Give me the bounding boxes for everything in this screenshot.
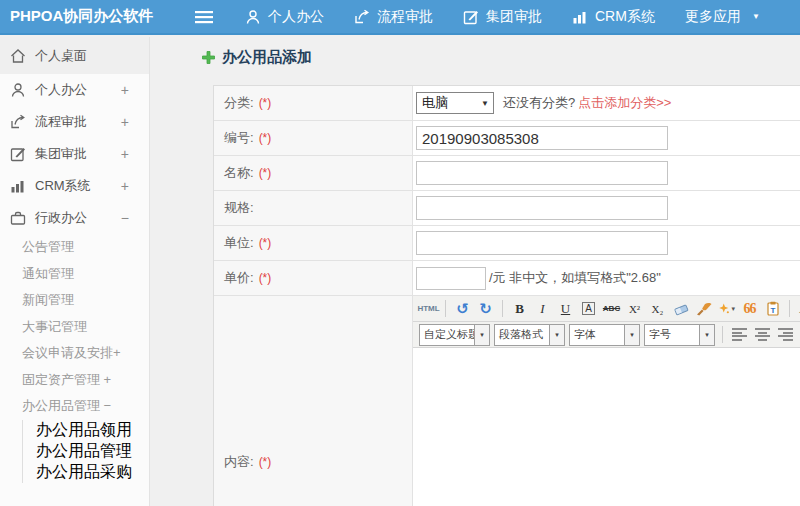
expand-icon[interactable]: + xyxy=(121,178,129,194)
align-left-button[interactable] xyxy=(729,324,750,345)
dropdown-caret-icon: ▾ xyxy=(699,325,714,345)
topbar: PHPOA协同办公软件 个人办公 流程审批 xyxy=(0,0,800,35)
dropdown-label: 字体 xyxy=(570,327,624,342)
font-family-dropdown[interactable]: 字体 ▾ xyxy=(569,324,640,346)
bold-button[interactable]: B xyxy=(509,298,530,319)
sidebar-item-supplies-requisition[interactable]: 办公用品领用 xyxy=(23,420,149,441)
sidebar-subitem-label: 会议申请及安排+ xyxy=(22,344,121,362)
sidebar-item-fixed-assets-mgmt[interactable]: 固定资产管理 + xyxy=(0,367,149,394)
home-icon xyxy=(10,48,26,64)
expand-icon[interactable]: + xyxy=(121,146,129,162)
name-input[interactable] xyxy=(416,161,668,185)
undo-button[interactable]: ↺ xyxy=(452,298,473,319)
editor-toolbar-row2: 自定义标题 ▾ 段落格式 ▾ 字体 ▾ xyxy=(413,322,800,348)
sidebar-subitem-label: 固定资产管理 + xyxy=(22,371,111,389)
field-value-cell xyxy=(413,226,800,260)
briefcase-icon xyxy=(10,210,26,226)
quick-format-button[interactable]: ▾ xyxy=(716,298,737,319)
underline-button[interactable]: U xyxy=(555,298,576,319)
flow-share-icon xyxy=(10,114,26,130)
nav-crm-system[interactable]: CRM系统 xyxy=(572,8,655,26)
sidebar-item-crm-system[interactable]: CRM系统 + xyxy=(0,170,149,202)
superscript-button[interactable]: X² xyxy=(624,298,645,319)
menu-toggle-button[interactable] xyxy=(195,10,213,24)
paragraph-format-dropdown[interactable]: 段落格式 ▾ xyxy=(494,324,565,346)
font-color-button[interactable]: A ▾ xyxy=(796,298,800,319)
price-label: 单价: xyxy=(224,269,254,287)
person-icon xyxy=(245,9,261,25)
sidebar-item-label: 流程审批 xyxy=(35,113,112,131)
sidebar-item-label: 个人办公 xyxy=(35,81,112,99)
sidebar-item-meeting-request[interactable]: 会议申请及安排+ xyxy=(0,340,149,367)
font-size-dropdown[interactable]: 字号 ▾ xyxy=(644,324,715,346)
nav-process-approval[interactable]: 流程审批 xyxy=(354,8,433,26)
required-mark: (*) xyxy=(259,131,272,145)
page-title: 办公用品添加 xyxy=(222,48,312,67)
sidebar-subitem-label: 新闻管理 xyxy=(22,291,74,309)
paste-as-text-button[interactable]: T xyxy=(762,298,783,319)
price-input[interactable] xyxy=(416,267,486,290)
nav-more-apps[interactable]: 更多应用 ▼ xyxy=(685,8,760,26)
no-category-hint: 还没有分类? xyxy=(503,94,575,112)
sidebar-item-supplies-management[interactable]: 办公用品管理 xyxy=(23,441,149,462)
sidebar-item-admin-office[interactable]: 行政办公 − xyxy=(0,202,149,234)
align-left-icon xyxy=(732,328,747,341)
subscript-button[interactable]: X₂ xyxy=(647,298,668,319)
sidebar-subitem-label: 大事记管理 xyxy=(22,318,87,336)
align-center-button[interactable] xyxy=(752,324,773,345)
char-border-button[interactable]: A xyxy=(578,298,599,319)
sidebar-subitem-label: 办公用品领用 xyxy=(36,421,132,438)
spec-input[interactable] xyxy=(416,196,668,220)
sidebar-item-news-mgmt[interactable]: 新闻管理 xyxy=(0,287,149,314)
sidebar-subitem-label: 公告管理 xyxy=(22,238,74,256)
sidebar-item-notice-mgmt[interactable]: 通知管理 xyxy=(0,261,149,288)
required-mark: (*) xyxy=(259,236,272,250)
dropdown-label: 段落格式 xyxy=(495,327,549,342)
field-label-cell: 编号: (*) xyxy=(214,121,413,155)
align-right-button[interactable] xyxy=(775,324,796,345)
nav-personal-office[interactable]: 个人办公 xyxy=(245,8,324,26)
name-label: 名称: xyxy=(224,164,254,182)
field-value-cell: 电脑 ▼ 还没有分类? 点击添加分类>> xyxy=(413,86,800,120)
sidebar-item-process-approval[interactable]: 流程审批 + xyxy=(0,106,149,138)
add-category-link[interactable]: 点击添加分类>> xyxy=(578,94,671,112)
custom-heading-dropdown[interactable]: 自定义标题 ▾ xyxy=(419,324,490,346)
category-select[interactable]: 电脑 ▼ xyxy=(416,92,494,114)
editor-content-area[interactable] xyxy=(413,348,800,506)
sidebar-item-events-mgmt[interactable]: 大事记管理 xyxy=(0,314,149,341)
toolbar-separator xyxy=(502,300,503,317)
expand-icon[interactable]: + xyxy=(121,114,129,130)
bar-chart-icon xyxy=(10,178,26,194)
edit-icon xyxy=(463,9,479,25)
nav-group-approval[interactable]: 集团审批 xyxy=(463,8,542,26)
source-code-button[interactable]: HTML xyxy=(418,298,439,319)
sidebar: 个人桌面 个人办公 + 流程审批 + 集团审批 + xyxy=(0,37,150,506)
svg-text:T: T xyxy=(770,306,775,315)
format-brush-button[interactable] xyxy=(693,298,714,319)
sidebar-item-label: 集团审批 xyxy=(35,145,112,163)
field-value-cell: /元 非中文，如填写格式"2.68" xyxy=(413,261,800,295)
sidebar-item-personal-office[interactable]: 个人办公 + xyxy=(0,74,149,106)
sidebar-item-group-approval[interactable]: 集团审批 + xyxy=(0,138,149,170)
sidebar-item-personal-desktop[interactable]: 个人桌面 xyxy=(0,37,149,74)
nav-label: 更多应用 xyxy=(685,8,741,26)
sidebar-item-announcement-mgmt[interactable]: 公告管理 xyxy=(0,234,149,261)
sidebar-item-supplies-purchase[interactable]: 办公用品采购 xyxy=(23,462,149,483)
expand-icon[interactable]: + xyxy=(121,82,129,98)
number-input[interactable] xyxy=(416,126,668,150)
blockquote-button[interactable]: 66 xyxy=(739,298,760,319)
nav-label: 集团审批 xyxy=(486,8,542,26)
italic-button[interactable]: I xyxy=(532,298,553,319)
brush-icon xyxy=(696,302,712,316)
redo-button[interactable]: ↻ xyxy=(475,298,496,319)
field-value-cell xyxy=(413,121,800,155)
nav-label: 流程审批 xyxy=(377,8,433,26)
strikethrough-button[interactable]: ABC xyxy=(601,298,622,319)
unit-input[interactable] xyxy=(416,231,668,255)
sidebar-item-office-supplies-mgmt[interactable]: 办公用品管理 − xyxy=(0,393,149,420)
collapse-icon[interactable]: − xyxy=(121,210,129,226)
remove-format-button[interactable] xyxy=(670,298,691,319)
select-caret-icon: ▼ xyxy=(481,99,489,108)
dropdown-caret-icon: ▾ xyxy=(624,325,639,345)
sidebar-subitem-label: 办公用品采购 xyxy=(36,463,132,480)
